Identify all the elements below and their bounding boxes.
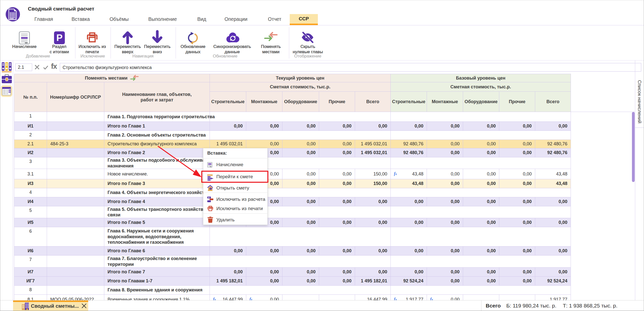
svg-text:P: P [56,33,63,43]
